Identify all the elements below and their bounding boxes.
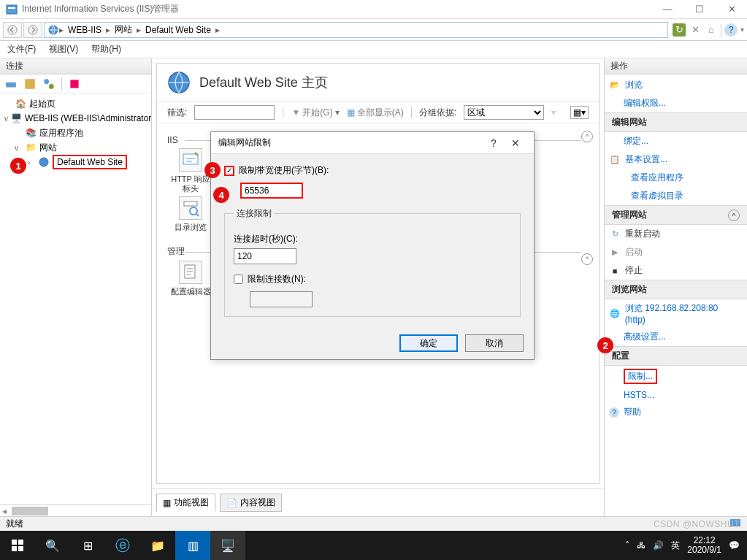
tab-features-view[interactable]: ▦功能视图 [156, 494, 215, 512]
close-button[interactable]: ✕ [722, 2, 741, 17]
maximize-button[interactable]: ☐ [690, 2, 709, 17]
action-help[interactable]: ?帮助 [605, 403, 747, 421]
taskbar: 🔍 ⊞ ⓔ 📁 ▥ 🖥️ ˄ 🖧 🔊 英 22:12 2020/9/1 💬 [0, 531, 747, 560]
refresh-icon[interactable]: ↻ [673, 23, 686, 37]
globe-icon: 🌐 [609, 308, 621, 320]
menu-file[interactable]: 文件(F) [7, 43, 36, 55]
timeout-input[interactable] [234, 248, 296, 264]
breadcrumb-item[interactable]: WEB-IIS [64, 25, 106, 35]
tree-start-page[interactable]: 🏠起始页 [1, 96, 150, 111]
tray-clock[interactable]: 22:12 2020/9/1 [687, 536, 721, 555]
svg-rect-20 [18, 546, 23, 551]
tree-sites[interactable]: v📁网站 [1, 140, 150, 155]
connection-tree[interactable]: 🏠起始页 v🖥️WEB-IIS (WEB-IIS\Administrator) … [0, 93, 151, 505]
tree-app-pools[interactable]: 📚应用程序池 [1, 126, 150, 140]
forward-button[interactable] [23, 22, 42, 38]
scrollbar-horizontal[interactable]: ◂ [0, 505, 151, 516]
action-advanced-settings[interactable]: 高级设置... [605, 328, 747, 346]
collapse-icon[interactable]: ^ [581, 253, 593, 265]
start-button[interactable] [0, 531, 35, 560]
section-manage-site: 管理网站^ [605, 205, 747, 225]
help-icon[interactable]: ? [724, 23, 738, 37]
bandwidth-checkbox[interactable]: ✓ [224, 166, 234, 176]
action-restart[interactable]: ↻重新启动 [605, 225, 747, 243]
svg-rect-9 [70, 80, 78, 88]
view-mode-icon[interactable]: ▦▾ [570, 106, 589, 119]
start-button[interactable]: ▼开始(G) ▾ [291, 107, 339, 119]
app-icon [6, 4, 18, 15]
restart-icon: ↻ [609, 229, 621, 240]
collapse-icon[interactable]: ^ [581, 131, 593, 142]
server-icon: 🖥️ [11, 112, 22, 124]
tray-notifications-icon[interactable]: 💬 [729, 540, 740, 551]
ok-button[interactable]: 确定 [399, 334, 458, 352]
cancel-button[interactable]: 取消 [465, 334, 524, 352]
svg-point-2 [8, 25, 17, 34]
stop-icon[interactable]: ✕ [689, 23, 702, 37]
breadcrumb[interactable]: ▸ WEB-IIS ▸ 网站 ▸ Default Web Site ▸ [44, 22, 668, 38]
action-hsts[interactable]: HSTS... [605, 387, 747, 403]
connections-header: 连接 [0, 58, 151, 74]
watermark: CSDN @NOWSHUT [654, 519, 740, 529]
tree-server[interactable]: v🖥️WEB-IIS (WEB-IIS\Administrator) [1, 111, 150, 126]
minimize-button[interactable]: — [658, 2, 677, 17]
action-view-applications[interactable]: 查看应用程序 [605, 169, 747, 187]
tile-directory-browsing[interactable]: 目录浏览 [167, 196, 214, 232]
breadcrumb-item[interactable]: 网站 [110, 23, 137, 36]
taskview-button[interactable]: ⊞ [70, 531, 105, 560]
action-bindings[interactable]: 绑定... [605, 132, 747, 150]
action-basic-settings[interactable]: 📋基本设置... [605, 150, 747, 169]
connect-icon[interactable] [4, 77, 18, 91]
maxconn-checkbox[interactable] [234, 275, 243, 284]
filter-input[interactable] [194, 105, 275, 120]
home-icon[interactable]: ⌂ [705, 23, 718, 37]
annotation-badge-3: 3 [204, 162, 221, 178]
svg-rect-13 [184, 202, 197, 206]
ie-button[interactable]: ⓔ [105, 531, 140, 560]
menu-help[interactable]: 帮助(H) [91, 43, 121, 55]
action-explore[interactable]: 📂浏览 [605, 76, 747, 94]
action-limits[interactable]: 限制... [605, 366, 747, 387]
groupby-select[interactable]: 区域 [464, 105, 544, 120]
save-icon[interactable] [23, 77, 37, 91]
play-icon: ▶ [609, 247, 621, 258]
svg-rect-6 [25, 79, 35, 89]
tile-config-editor[interactable]: 配置编辑器 [167, 261, 214, 296]
action-view-vdirs[interactable]: 查看虚拟目录 [605, 187, 747, 205]
tray-volume-icon[interactable]: 🔊 [653, 540, 664, 551]
back-button[interactable] [3, 22, 22, 38]
page-title: Default Web Site 主页 [199, 74, 328, 91]
action-browse-url[interactable]: 🌐浏览 192.168.82.208:80 (http) [605, 299, 747, 328]
annotation-badge-2: 2 [597, 337, 613, 353]
collapse-icon[interactable]: ^ [728, 210, 740, 221]
app-button[interactable]: ▥ [175, 531, 210, 560]
dialog-close-button[interactable]: ✕ [505, 137, 526, 149]
search-button[interactable]: 🔍 [35, 531, 70, 560]
folder-icon: 📁 [25, 142, 37, 153]
tab-content-view[interactable]: 📄内容视图 [220, 494, 282, 512]
explorer-button[interactable]: 📁 [140, 531, 175, 560]
tray-lang[interactable]: 英 [671, 540, 680, 552]
dialog-help-button[interactable]: ? [483, 137, 505, 149]
svg-rect-19 [12, 546, 17, 551]
stop-all-icon[interactable] [68, 77, 81, 91]
bandwidth-input[interactable] [240, 183, 303, 199]
action-stop[interactable]: ■停止 [605, 261, 747, 280]
tray-network-icon[interactable]: 🖧 [637, 540, 646, 551]
groupby-label: 分组依据: [419, 107, 456, 119]
tray-up-icon[interactable]: ˄ [625, 540, 629, 551]
action-edit-permissions[interactable]: 编辑权限... [605, 94, 747, 112]
breadcrumb-item[interactable]: Default Web Site [141, 25, 215, 35]
menu-bar: 文件(F) 视图(V) 帮助(H) [0, 41, 747, 58]
shared-icon[interactable] [42, 77, 55, 91]
connection-limits-fieldset: 连接限制 连接超时(秒)(C): 限制连接数(N): [224, 207, 521, 317]
globe-icon [38, 156, 50, 168]
edit-limits-dialog: 编辑网站限制 ? ✕ ✓ 限制带宽使用(字节)(B): 连接限制 连接超时(秒)… [210, 131, 535, 360]
config-editor-icon [179, 261, 202, 284]
menu-view[interactable]: 视图(V) [49, 43, 78, 55]
dialog-title: 编辑网站限制 [218, 137, 483, 149]
showall-button[interactable]: ▦全部显示(A) [347, 107, 404, 119]
action-start[interactable]: ▶启动 [605, 243, 747, 261]
actions-header: 操作 [605, 58, 747, 74]
iis-button[interactable]: 🖥️ [210, 531, 245, 560]
